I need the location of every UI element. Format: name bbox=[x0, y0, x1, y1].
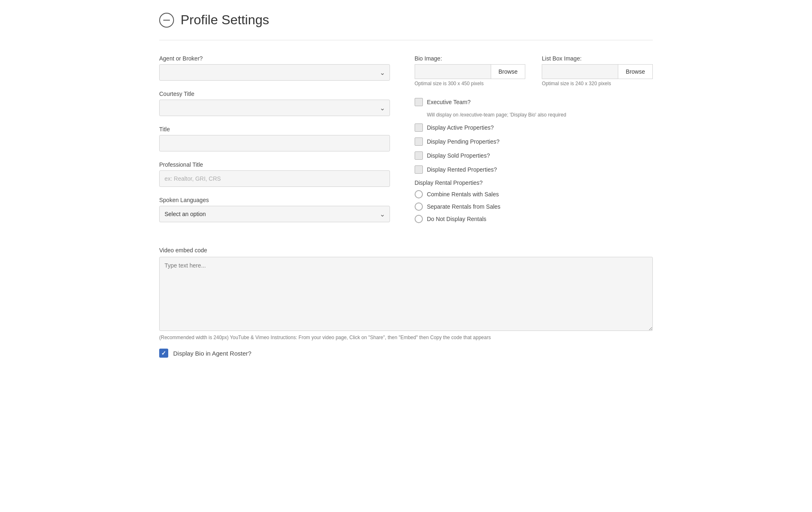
agent-broker-group: Agent or Broker? ⌄ bbox=[159, 55, 390, 81]
agent-broker-select-wrapper: ⌄ bbox=[159, 64, 390, 81]
combine-rentals-group: Combine Rentals with Sales bbox=[415, 190, 653, 198]
display-active-group: Display Active Properties? bbox=[415, 123, 653, 132]
bio-image-hint: Optimal size is 300 x 450 pixels bbox=[415, 81, 526, 86]
list-box-image-browse-button[interactable]: Browse bbox=[618, 64, 653, 79]
courtesy-title-group: Courtesy Title ⌄ bbox=[159, 91, 390, 116]
display-rental-section: Display Rental Properties? Combine Renta… bbox=[415, 179, 653, 223]
combine-rentals-radio[interactable] bbox=[415, 190, 423, 198]
left-column: Agent or Broker? ⌄ Courtesy Title ⌄ bbox=[159, 55, 390, 232]
agent-broker-label: Agent or Broker? bbox=[159, 55, 390, 62]
display-rented-group: Display Rented Properties? bbox=[415, 165, 653, 174]
bio-image-input[interactable] bbox=[415, 64, 491, 79]
form-grid: Agent or Broker? ⌄ Courtesy Title ⌄ bbox=[159, 55, 653, 232]
do-not-display-rentals-radio[interactable] bbox=[415, 215, 423, 223]
page-title: Profile Settings bbox=[181, 12, 269, 28]
courtesy-title-label: Courtesy Title bbox=[159, 91, 390, 97]
page-container: Profile Settings Agent or Broker? ⌄ Cour… bbox=[135, 0, 677, 382]
title-label: Title bbox=[159, 126, 390, 133]
video-hint: (Recommended width is 240px) YouTube & V… bbox=[159, 335, 653, 340]
video-embed-section: Video embed code (Recommended width is 2… bbox=[159, 247, 653, 340]
courtesy-title-select[interactable] bbox=[159, 100, 390, 116]
bio-image-group: Bio Image: Browse Optimal size is 300 x … bbox=[415, 55, 526, 86]
bio-image-label: Bio Image: bbox=[415, 55, 526, 62]
title-input[interactable] bbox=[159, 135, 390, 151]
checkmark-icon: ✓ bbox=[161, 350, 166, 356]
right-column: Bio Image: Browse Optimal size is 300 x … bbox=[415, 55, 653, 232]
agent-broker-select[interactable] bbox=[159, 64, 390, 81]
list-box-image-group: List Box Image: Browse Optimal size is 2… bbox=[542, 55, 653, 86]
display-sold-checkbox[interactable] bbox=[415, 151, 423, 160]
spoken-languages-label: Spoken Languages bbox=[159, 197, 390, 203]
do-not-display-rentals-group: Do Not Display Rentals bbox=[415, 215, 653, 223]
display-rented-label: Display Rented Properties? bbox=[427, 166, 497, 173]
list-box-image-input[interactable] bbox=[542, 64, 618, 79]
display-active-checkbox[interactable] bbox=[415, 123, 423, 132]
list-box-image-hint: Optimal size is 240 x 320 pixels bbox=[542, 81, 653, 86]
video-embed-label: Video embed code bbox=[159, 247, 653, 254]
display-rented-checkbox[interactable] bbox=[415, 165, 423, 174]
video-embed-textarea[interactable] bbox=[159, 257, 653, 331]
display-pending-checkbox[interactable] bbox=[415, 137, 423, 146]
display-sold-group: Display Sold Properties? bbox=[415, 151, 653, 160]
display-rental-label: Display Rental Properties? bbox=[415, 179, 653, 186]
display-bio-row: ✓ Display Bio in Agent Roster? bbox=[159, 349, 653, 358]
spoken-languages-group: Spoken Languages Select an option ⌄ bbox=[159, 197, 390, 222]
spoken-languages-select-wrapper: Select an option ⌄ bbox=[159, 206, 390, 222]
professional-title-input[interactable] bbox=[159, 170, 390, 187]
display-bio-checkbox[interactable]: ✓ bbox=[159, 349, 168, 358]
title-group: Title bbox=[159, 126, 390, 151]
bio-image-browse-button[interactable]: Browse bbox=[491, 64, 526, 79]
combine-rentals-label: Combine Rentals with Sales bbox=[427, 191, 499, 198]
separate-rentals-radio[interactable] bbox=[415, 202, 423, 211]
list-box-image-upload-row: Browse bbox=[542, 64, 653, 79]
separate-rentals-group: Separate Rentals from Sales bbox=[415, 202, 653, 211]
display-sold-label: Display Sold Properties? bbox=[427, 152, 490, 159]
page-header: Profile Settings bbox=[159, 12, 653, 28]
display-pending-label: Display Pending Properties? bbox=[427, 138, 500, 145]
collapse-icon[interactable] bbox=[159, 13, 174, 28]
list-box-image-label: List Box Image: bbox=[542, 55, 653, 62]
display-active-label: Display Active Properties? bbox=[427, 124, 494, 131]
professional-title-group: Professional Title bbox=[159, 161, 390, 187]
bio-image-upload-row: Browse bbox=[415, 64, 526, 79]
executive-team-checkbox[interactable] bbox=[415, 98, 423, 106]
display-bio-label: Display Bio in Agent Roster? bbox=[173, 350, 251, 357]
executive-team-label: Executive Team? bbox=[427, 99, 471, 105]
courtesy-title-select-wrapper: ⌄ bbox=[159, 100, 390, 116]
do-not-display-rentals-label: Do Not Display Rentals bbox=[427, 216, 487, 222]
separate-rentals-label: Separate Rentals from Sales bbox=[427, 203, 501, 210]
image-upload-section: Bio Image: Browse Optimal size is 300 x … bbox=[415, 55, 653, 86]
spoken-languages-select[interactable]: Select an option bbox=[159, 206, 390, 222]
executive-team-desc: Will display on /executive-team page; 'D… bbox=[415, 112, 653, 118]
executive-team-group: Executive Team? bbox=[415, 98, 653, 106]
divider bbox=[159, 40, 653, 40]
display-pending-group: Display Pending Properties? bbox=[415, 137, 653, 146]
professional-title-label: Professional Title bbox=[159, 161, 390, 168]
